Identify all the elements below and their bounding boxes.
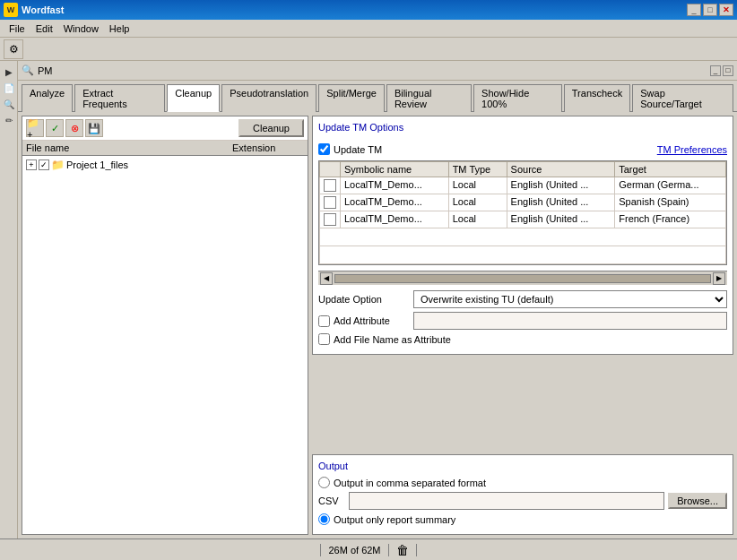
menu-help[interactable]: Help	[104, 22, 135, 36]
add-attribute-row: Add Attribute	[318, 312, 727, 330]
browse-button[interactable]: Browse...	[668, 493, 727, 509]
main-content: ▶ 📄 🔍 ✏ 🔍 PM _ □ Analyze Extract Frequen…	[0, 61, 737, 538]
folder-icon: 📁	[51, 159, 65, 171]
table-row: LocalTM_Demo... Local English (United ..…	[320, 194, 726, 211]
tm-target-3: French (France)	[615, 211, 726, 228]
row-checkbox-1[interactable]	[324, 179, 336, 192]
status-divider-2	[388, 544, 389, 556]
tm-source-3: English (United ...	[507, 211, 615, 228]
memory-status: 26M of 62M	[328, 545, 380, 556]
app-title: Wordfast	[22, 4, 64, 15]
csv-row: CSV Browse...	[318, 492, 727, 510]
add-attribute-input[interactable]	[413, 312, 727, 330]
sidebar-icon-3[interactable]: 🔍	[2, 97, 16, 111]
tm-source-2: English (United ...	[507, 194, 615, 211]
update-option-select[interactable]: Overwrite existing TU (default) Add new …	[413, 290, 727, 308]
sidebar-icon-1[interactable]: ▶	[2, 65, 16, 79]
trash-icon[interactable]: 🗑	[396, 543, 409, 557]
tm-target-1: German (Germa...	[615, 177, 726, 194]
uncheck-button[interactable]: ⊗	[65, 119, 83, 137]
cleanup-button[interactable]: Cleanup	[238, 119, 304, 137]
left-sidebar: ▶ 📄 🔍 ✏	[0, 61, 18, 538]
close-button[interactable]: ✕	[719, 4, 733, 16]
col-target: Target	[615, 162, 726, 177]
tab-split-merge[interactable]: Split/Merge	[318, 84, 385, 112]
tab-extract-frequents[interactable]: Extract Frequents	[74, 84, 165, 112]
tm-table: Symbolic name TM Type Source Target Loca…	[319, 161, 726, 264]
panel-body: 📁+ ✓ ⊗ 💾 Cleanup File name Extension + ✓	[18, 112, 737, 538]
tree-checkbox[interactable]: ✓	[39, 159, 49, 170]
output-summary-label: Output only report summary	[334, 514, 455, 525]
table-row: LocalTM_Demo... Local English (United ..…	[320, 211, 726, 228]
output-summary-radio-row: Output only report summary	[318, 513, 727, 525]
tm-preferences-link[interactable]: TM Preferences	[657, 144, 727, 155]
tm-name-2: LocalTM_Demo...	[341, 194, 449, 211]
save-button[interactable]: 💾	[85, 119, 103, 137]
row-checkbox-3[interactable]	[324, 213, 336, 226]
add-filename-label: Add File Name as Attribute	[318, 333, 451, 345]
file-tree: + ✓ 📁 Project 1_files	[22, 156, 308, 534]
update-option-row: Update Option Overwrite existing TU (def…	[318, 290, 727, 308]
scroll-thumb[interactable]	[334, 274, 711, 283]
tab-analyze[interactable]: Analyze	[22, 84, 73, 112]
update-tm-checkbox[interactable]	[318, 143, 330, 155]
col-checkbox	[320, 162, 341, 177]
update-tm-label: Update TM	[334, 144, 382, 155]
tm-table-container: Symbolic name TM Type Source Target Loca…	[318, 160, 727, 265]
output-csv-radio-row: Output in comma separated format	[318, 477, 727, 488]
tab-cleanup[interactable]: Cleanup	[167, 84, 220, 112]
pm-minimize-button[interactable]: _	[710, 65, 721, 76]
tree-expand-icon[interactable]: +	[26, 159, 37, 170]
minimize-button[interactable]: _	[687, 4, 701, 16]
spacer	[312, 360, 733, 449]
status-divider-3	[416, 544, 417, 556]
table-row	[320, 246, 726, 264]
toolbar-icon-1[interactable]: ⚙	[4, 39, 23, 59]
add-attribute-checkbox[interactable]	[318, 315, 330, 327]
scroll-left-button[interactable]: ◀	[320, 272, 333, 285]
add-folder-button[interactable]: 📁+	[26, 119, 44, 137]
tab-pseudotranslation[interactable]: Pseudotranslation	[221, 84, 316, 112]
status-divider-1	[320, 544, 321, 556]
maximize-button[interactable]: □	[703, 4, 717, 16]
row-checkbox-2[interactable]	[324, 196, 336, 209]
tm-name-1: LocalTM_Demo...	[341, 177, 449, 194]
horizontal-scrollbar[interactable]: ◀ ▶	[318, 271, 727, 285]
col-file-name: File name	[26, 142, 232, 153]
pm-restore-button[interactable]: □	[723, 65, 733, 76]
col-tm-type: TM Type	[448, 162, 507, 177]
pm-title-label: PM	[38, 65, 53, 76]
update-tm-section: Update TM Options Update TM TM Preferenc…	[312, 116, 733, 355]
output-section: Output Output in comma separated format …	[312, 454, 733, 535]
tab-swap-source-target[interactable]: Swap Source/Target	[632, 84, 733, 112]
output-summary-radio[interactable]	[318, 513, 330, 525]
output-csv-label: Output in comma separated format	[334, 478, 486, 488]
scroll-right-button[interactable]: ▶	[713, 272, 725, 285]
sidebar-icon-2[interactable]: 📄	[2, 81, 16, 95]
output-csv-radio[interactable]	[318, 477, 330, 488]
sidebar-icon-4[interactable]: ✏	[2, 113, 16, 127]
list-item[interactable]: + ✓ 📁 Project 1_files	[22, 158, 308, 172]
pm-panel: 🔍 PM _ □ Analyze Extract Frequents Clean…	[18, 61, 737, 538]
tabs-bar: Analyze Extract Frequents Cleanup Pseudo…	[18, 81, 737, 112]
menu-bar: File Edit Window Help	[0, 20, 737, 38]
toolbar: ⚙	[0, 38, 737, 61]
add-attribute-label: Add Attribute	[318, 315, 408, 327]
add-filename-checkbox[interactable]	[318, 333, 330, 345]
tm-name-3: LocalTM_Demo...	[341, 211, 449, 228]
tm-type-2: Local	[448, 194, 507, 211]
output-title: Output	[318, 461, 727, 471]
tab-bilingual-review[interactable]: Bilingual Review	[386, 84, 472, 112]
tm-type-3: Local	[448, 211, 507, 228]
update-option-label: Update Option	[318, 294, 408, 305]
add-filename-row: Add File Name as Attribute	[318, 333, 727, 345]
tab-show-hide-100[interactable]: Show/Hide 100%	[473, 84, 562, 112]
title-bar: W Wordfast _ □ ✕	[0, 0, 737, 20]
menu-window[interactable]: Window	[58, 22, 104, 36]
tab-transcheck[interactable]: Transcheck	[564, 84, 630, 112]
menu-file[interactable]: File	[4, 22, 30, 36]
check-all-button[interactable]: ✓	[46, 119, 64, 137]
menu-edit[interactable]: Edit	[30, 22, 58, 36]
search-icon: 🔍	[22, 65, 34, 76]
csv-input[interactable]	[349, 492, 664, 510]
